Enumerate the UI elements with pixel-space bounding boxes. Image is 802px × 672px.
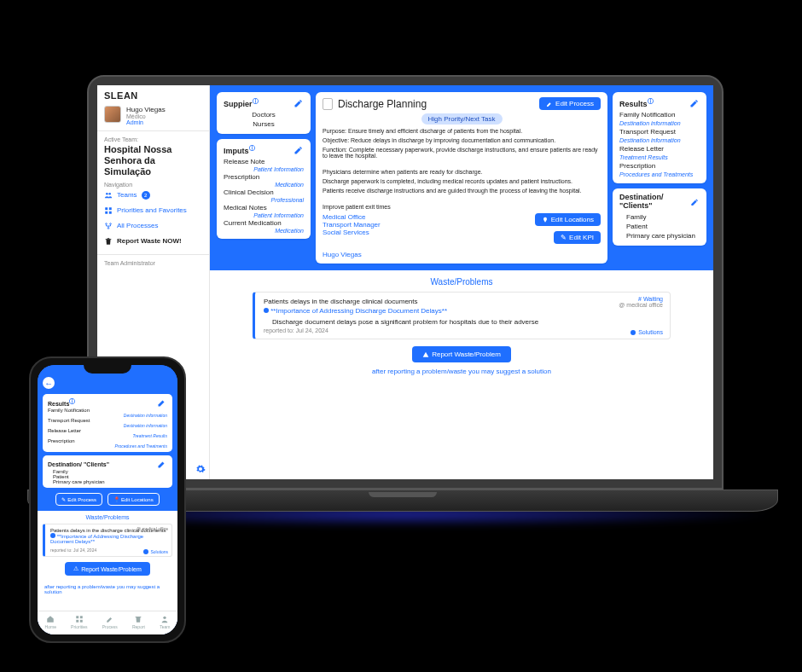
process-kpi: Improve patient exit times — [323, 204, 601, 210]
main: Suppierⓘ Doctors Nurses Imputsⓘ Rele — [210, 85, 713, 479]
input-row: Current MedicationMedication — [224, 218, 304, 234]
waste-title: Patients delays in the discharge clinica… — [264, 298, 661, 305]
waste-heading: Waste/Problems — [253, 277, 671, 287]
edit-icon[interactable] — [157, 397, 167, 408]
phone-destination-card: Destination/ "Clients" Family Patient Pr… — [43, 455, 172, 488]
process-function: Function: Complete necessary paperwork, … — [323, 147, 601, 159]
phone-edit-locations-button[interactable]: 📍 Edit Locations — [108, 493, 160, 506]
tab-team[interactable]: Team — [160, 615, 170, 629]
svg-point-6 — [106, 223, 108, 224]
phone-solutions-link[interactable]: Solutions — [143, 549, 168, 554]
edit-icon[interactable] — [157, 459, 167, 469]
flow-icon — [104, 222, 113, 230]
solutions-link[interactable]: Solutions — [631, 329, 663, 335]
waste-desc: Discharge document delays pose a signifi… — [264, 316, 661, 327]
report-waste-button[interactable]: Report Waste/Problem — [412, 346, 511, 362]
process-body: Patients receive discharge instructions … — [323, 188, 601, 194]
tab-home[interactable]: Home — [45, 615, 56, 629]
destination-card: Destination/ "Clients" Family Patient Pr… — [613, 188, 706, 246]
destination-title: Destination/ "Clients" — [619, 194, 690, 211]
edit-process-button[interactable]: Edit Process — [539, 97, 601, 110]
nav-teams[interactable]: Teams 2 — [104, 188, 202, 203]
phone-edit-process-button[interactable]: ✎ Edit Process — [55, 493, 102, 506]
gear-icon[interactable] — [195, 464, 206, 476]
user-role: Médico — [126, 113, 166, 119]
tab-priorities[interactable]: Priorities — [71, 615, 87, 629]
waste-note: after reporting a problem/waste you may … — [253, 368, 671, 375]
waste-item[interactable]: # Waiting @ medical office Patients dela… — [253, 292, 671, 339]
process-card: Discharge Planning Edit Process High Pro… — [316, 92, 607, 264]
svg-rect-9 — [76, 616, 78, 618]
edit-locations-button[interactable]: Edit Locations — [535, 213, 601, 226]
nav-processes[interactable]: All Processes — [104, 218, 202, 234]
team-name: Hospital Nossa Senhora da Simulação — [104, 144, 202, 178]
phone-report-waste-button[interactable]: ⚠ Report Waste/Problem — [65, 562, 150, 576]
tab-process[interactable]: Process — [102, 615, 118, 629]
nav-teams-label: Teams — [117, 191, 137, 199]
nav-priorities[interactable]: Priorities and Favorites — [104, 203, 202, 218]
edit-kpi-button[interactable]: ✎Edit KPI — [554, 231, 601, 244]
process-owner[interactable]: Hugo Viegas — [323, 251, 601, 258]
nav-report-label: Report Waste NOW! — [117, 237, 182, 245]
svg-rect-4 — [105, 211, 108, 213]
phone-tabbar: Home Priorities Process Report Team — [38, 611, 177, 634]
dest-item: Family — [619, 212, 700, 222]
users-icon — [104, 191, 113, 200]
doc-icon — [323, 98, 333, 110]
supplier-item: Doctors — [224, 110, 304, 119]
user-name: Hugo Viegas — [126, 106, 166, 113]
input-row: Release NotePatient Information — [224, 157, 304, 172]
waste-reported: reported to: Jul 24, 2024 — [264, 327, 661, 333]
process-purpose: Purpose: Ensure timely and efficient dis… — [323, 128, 601, 134]
results-card: Resultsⓘ Family NotificationDestination … — [613, 92, 706, 183]
process-board: Suppierⓘ Doctors Nurses Imputsⓘ Rele — [210, 85, 713, 270]
dest-item: Primary care physician — [619, 231, 700, 240]
location-link[interactable]: Transport Manager — [323, 221, 381, 229]
back-button[interactable]: ← — [43, 377, 55, 389]
edit-icon[interactable] — [690, 197, 700, 207]
waste-sub: **Importance of Addressing Discharge Doc… — [264, 305, 661, 316]
phone-frame: ← Resultsⓘ Family NotificationDestinatio… — [29, 356, 186, 643]
info-icon[interactable]: ⓘ — [648, 98, 654, 104]
waste-section: Waste/Problems # Waiting @ medical offic… — [210, 270, 713, 382]
supplier-item: Nurses — [224, 119, 304, 129]
svg-rect-2 — [105, 207, 108, 210]
supplier-card: Suppierⓘ Doctors Nurses — [217, 92, 311, 134]
svg-rect-3 — [109, 207, 112, 210]
inputs-card: Imputsⓘ Release NotePatient Information … — [217, 139, 311, 239]
svg-rect-12 — [80, 620, 83, 623]
teams-count: 2 — [142, 191, 150, 200]
phone-screen: ← Resultsⓘ Family NotificationDestinatio… — [38, 365, 177, 634]
trash-icon — [104, 237, 113, 246]
dest-item: Patient — [619, 222, 700, 231]
location-link[interactable]: Medical Office — [323, 213, 381, 221]
svg-point-1 — [108, 193, 111, 195]
user-perm[interactable]: Admin — [126, 119, 166, 125]
input-row: Medical NotesPatient Information — [224, 203, 304, 218]
tab-report[interactable]: Report — [132, 615, 145, 629]
edit-icon[interactable] — [689, 98, 700, 108]
svg-rect-11 — [76, 620, 78, 623]
process-objective: Objective: Reduce delays in discharge by… — [323, 137, 601, 143]
info-icon[interactable]: ⓘ — [249, 145, 255, 151]
result-row: Family NotificationDestination informati… — [619, 110, 700, 127]
team-admin-label: Team Administrator — [104, 260, 202, 266]
waste-location: @ medical office — [619, 302, 663, 308]
edit-icon[interactable] — [293, 98, 304, 108]
nav-processes-label: All Processes — [117, 222, 158, 229]
nav-report-waste[interactable]: Report Waste NOW! — [104, 234, 202, 249]
svg-point-0 — [106, 193, 108, 195]
avatar — [104, 106, 121, 123]
waste-status: # Waiting — [619, 296, 663, 302]
phone-results-card: Resultsⓘ Family NotificationDestination … — [43, 394, 172, 452]
result-row: Release LetterTreatment Results — [619, 144, 700, 161]
phone-waste-item[interactable]: @ medical office Patients delays in the … — [43, 524, 172, 557]
info-icon[interactable]: ⓘ — [253, 98, 259, 104]
user-block[interactable]: Hugo Viegas Médico Admin — [104, 106, 202, 125]
location-link[interactable]: Social Services — [323, 229, 381, 236]
inputs-title: Imputs — [224, 147, 249, 155]
edit-icon[interactable] — [293, 145, 304, 155]
supplier-title: Suppier — [224, 100, 253, 108]
priority-pill: High Prority/Next Task — [421, 113, 503, 125]
results-title: Results — [619, 100, 648, 108]
